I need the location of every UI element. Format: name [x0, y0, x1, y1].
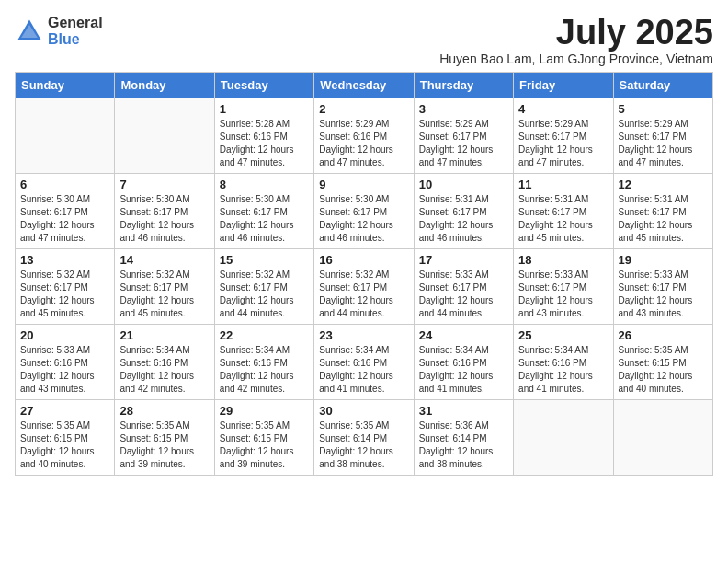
table-row: [16, 98, 115, 174]
month-title: July 2025: [439, 15, 713, 50]
day-info: Sunrise: 5:32 AM Sunset: 6:17 PM Dayligh…: [220, 269, 309, 320]
logo: General Blue: [15, 15, 103, 47]
day-info: Sunrise: 5:34 AM Sunset: 6:16 PM Dayligh…: [419, 344, 508, 396]
table-row: 6Sunrise: 5:30 AM Sunset: 6:17 PM Daylig…: [16, 174, 115, 249]
day-number: 17: [419, 253, 508, 267]
day-info: Sunrise: 5:30 AM Sunset: 6:17 PM Dayligh…: [319, 193, 408, 245]
day-number: 19: [619, 253, 708, 267]
calendar-week-row: 13Sunrise: 5:32 AM Sunset: 6:17 PM Dayli…: [16, 249, 713, 325]
day-number: 29: [220, 404, 309, 418]
day-number: 20: [20, 328, 109, 342]
table-row: 26Sunrise: 5:35 AM Sunset: 6:15 PM Dayli…: [613, 325, 712, 400]
day-info: Sunrise: 5:29 AM Sunset: 6:17 PM Dayligh…: [518, 118, 608, 169]
day-info: Sunrise: 5:31 AM Sunset: 6:17 PM Dayligh…: [619, 193, 708, 245]
day-info: Sunrise: 5:35 AM Sunset: 6:15 PM Dayligh…: [619, 344, 708, 396]
table-row: 16Sunrise: 5:32 AM Sunset: 6:17 PM Dayli…: [314, 249, 414, 325]
location-subtitle: Huyen Bao Lam, Lam GJong Province, Vietn…: [439, 52, 713, 66]
day-number: 24: [419, 328, 508, 342]
day-info: Sunrise: 5:32 AM Sunset: 6:17 PM Dayligh…: [119, 269, 209, 320]
day-number: 2: [319, 102, 408, 116]
day-number: 4: [518, 102, 608, 116]
table-row: 25Sunrise: 5:34 AM Sunset: 6:16 PM Dayli…: [514, 325, 613, 400]
day-info: Sunrise: 5:30 AM Sunset: 6:17 PM Dayligh…: [220, 193, 309, 245]
table-row: 22Sunrise: 5:34 AM Sunset: 6:16 PM Dayli…: [214, 325, 313, 400]
table-row: 27Sunrise: 5:35 AM Sunset: 6:15 PM Dayli…: [16, 400, 115, 476]
day-number: 30: [319, 404, 408, 418]
table-row: 30Sunrise: 5:35 AM Sunset: 6:14 PM Dayli…: [314, 400, 414, 476]
day-info: Sunrise: 5:33 AM Sunset: 6:17 PM Dayligh…: [518, 269, 608, 320]
col-tuesday: Tuesday: [214, 73, 313, 98]
table-row: 28Sunrise: 5:35 AM Sunset: 6:15 PM Dayli…: [115, 400, 214, 476]
table-row: [115, 98, 214, 174]
table-row: 20Sunrise: 5:33 AM Sunset: 6:16 PM Dayli…: [16, 325, 115, 400]
day-info: Sunrise: 5:33 AM Sunset: 6:17 PM Dayligh…: [419, 269, 508, 320]
table-row: 5Sunrise: 5:29 AM Sunset: 6:17 PM Daylig…: [613, 98, 712, 174]
calendar-week-row: 27Sunrise: 5:35 AM Sunset: 6:15 PM Dayli…: [16, 400, 713, 476]
calendar-week-row: 1Sunrise: 5:28 AM Sunset: 6:16 PM Daylig…: [16, 98, 713, 174]
day-info: Sunrise: 5:35 AM Sunset: 6:14 PM Dayligh…: [319, 419, 408, 471]
table-row: 31Sunrise: 5:36 AM Sunset: 6:14 PM Dayli…: [414, 400, 513, 476]
day-info: Sunrise: 5:32 AM Sunset: 6:17 PM Dayligh…: [20, 269, 109, 320]
day-number: 9: [319, 178, 408, 191]
table-row: 4Sunrise: 5:29 AM Sunset: 6:17 PM Daylig…: [514, 98, 613, 174]
day-info: Sunrise: 5:34 AM Sunset: 6:16 PM Dayligh…: [319, 344, 408, 396]
logo-line1: General: [48, 15, 103, 31]
table-row: 10Sunrise: 5:31 AM Sunset: 6:17 PM Dayli…: [414, 174, 513, 249]
day-info: Sunrise: 5:35 AM Sunset: 6:15 PM Dayligh…: [119, 419, 209, 471]
col-wednesday: Wednesday: [314, 73, 414, 98]
col-monday: Monday: [115, 73, 214, 98]
day-number: 13: [20, 253, 109, 267]
table-row: 2Sunrise: 5:29 AM Sunset: 6:16 PM Daylig…: [314, 98, 414, 174]
day-number: 5: [619, 102, 708, 116]
calendar-week-row: 6Sunrise: 5:30 AM Sunset: 6:17 PM Daylig…: [16, 174, 713, 249]
table-row: 9Sunrise: 5:30 AM Sunset: 6:17 PM Daylig…: [314, 174, 414, 249]
col-saturday: Saturday: [613, 73, 712, 98]
table-row: 3Sunrise: 5:29 AM Sunset: 6:17 PM Daylig…: [414, 98, 513, 174]
title-section: July 2025 Huyen Bao Lam, Lam GJong Provi…: [439, 15, 713, 66]
day-info: Sunrise: 5:29 AM Sunset: 6:16 PM Dayligh…: [319, 118, 408, 169]
day-number: 23: [319, 328, 408, 342]
table-row: 14Sunrise: 5:32 AM Sunset: 6:17 PM Dayli…: [115, 249, 214, 325]
day-number: 16: [319, 253, 408, 267]
logo-line2: Blue: [48, 31, 103, 48]
day-info: Sunrise: 5:34 AM Sunset: 6:16 PM Dayligh…: [518, 344, 608, 396]
logo-icon: [15, 17, 44, 46]
day-number: 25: [518, 328, 608, 342]
table-row: 21Sunrise: 5:34 AM Sunset: 6:16 PM Dayli…: [115, 325, 214, 400]
table-row: 17Sunrise: 5:33 AM Sunset: 6:17 PM Dayli…: [414, 249, 513, 325]
day-number: 22: [220, 328, 309, 342]
table-row: 19Sunrise: 5:33 AM Sunset: 6:17 PM Dayli…: [613, 249, 712, 325]
day-number: 18: [518, 253, 608, 267]
col-sunday: Sunday: [16, 73, 115, 98]
day-info: Sunrise: 5:30 AM Sunset: 6:17 PM Dayligh…: [20, 193, 109, 245]
table-row: 13Sunrise: 5:32 AM Sunset: 6:17 PM Dayli…: [16, 249, 115, 325]
table-row: 29Sunrise: 5:35 AM Sunset: 6:15 PM Dayli…: [214, 400, 313, 476]
day-info: Sunrise: 5:30 AM Sunset: 6:17 PM Dayligh…: [119, 193, 209, 245]
day-info: Sunrise: 5:31 AM Sunset: 6:17 PM Dayligh…: [419, 193, 508, 245]
calendar-table: Sunday Monday Tuesday Wednesday Thursday…: [15, 72, 713, 476]
day-info: Sunrise: 5:32 AM Sunset: 6:17 PM Dayligh…: [319, 269, 408, 320]
day-number: 11: [518, 178, 608, 191]
table-row: 12Sunrise: 5:31 AM Sunset: 6:17 PM Dayli…: [613, 174, 712, 249]
day-number: 26: [619, 328, 708, 342]
day-info: Sunrise: 5:35 AM Sunset: 6:15 PM Dayligh…: [220, 419, 309, 471]
day-number: 3: [419, 102, 508, 116]
day-info: Sunrise: 5:31 AM Sunset: 6:17 PM Dayligh…: [518, 193, 608, 245]
table-row: 18Sunrise: 5:33 AM Sunset: 6:17 PM Dayli…: [514, 249, 613, 325]
day-number: 21: [119, 328, 209, 342]
day-number: 8: [220, 178, 309, 191]
day-number: 15: [220, 253, 309, 267]
day-number: 14: [119, 253, 209, 267]
day-info: Sunrise: 5:34 AM Sunset: 6:16 PM Dayligh…: [119, 344, 209, 396]
page-header: General Blue July 2025 Huyen Bao Lam, La…: [15, 15, 713, 66]
table-row: 8Sunrise: 5:30 AM Sunset: 6:17 PM Daylig…: [214, 174, 313, 249]
table-row: 11Sunrise: 5:31 AM Sunset: 6:17 PM Dayli…: [514, 174, 613, 249]
day-info: Sunrise: 5:34 AM Sunset: 6:16 PM Dayligh…: [220, 344, 309, 396]
calendar-header-row: Sunday Monday Tuesday Wednesday Thursday…: [16, 73, 713, 98]
table-row: 15Sunrise: 5:32 AM Sunset: 6:17 PM Dayli…: [214, 249, 313, 325]
table-row: 23Sunrise: 5:34 AM Sunset: 6:16 PM Dayli…: [314, 325, 414, 400]
col-thursday: Thursday: [414, 73, 513, 98]
day-info: Sunrise: 5:33 AM Sunset: 6:17 PM Dayligh…: [619, 269, 708, 320]
day-number: 1: [220, 102, 309, 116]
day-number: 31: [419, 404, 508, 418]
